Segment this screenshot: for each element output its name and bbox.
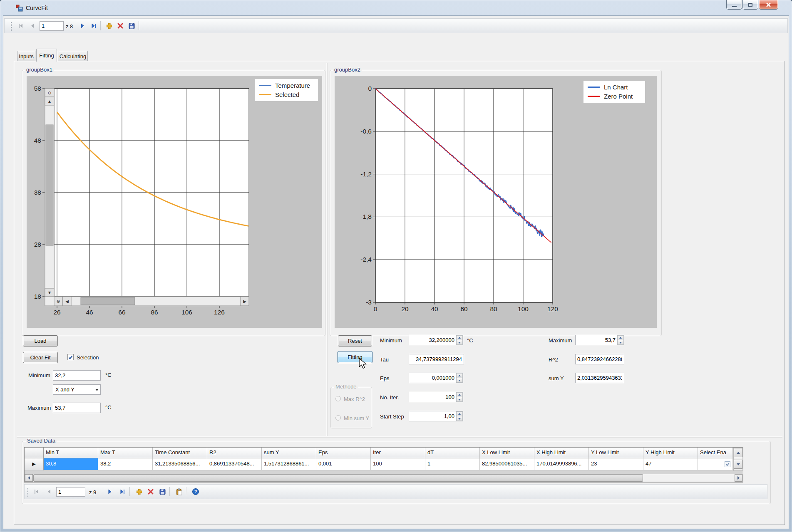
max-r2-radio[interactable] xyxy=(335,396,341,401)
record-count-label: z 8 xyxy=(66,23,73,30)
grid-vscroll-up-button[interactable] xyxy=(734,448,742,457)
grid-cell[interactable]: 38,2 xyxy=(98,458,153,470)
spin-down-icon[interactable] xyxy=(456,397,463,402)
move-first-button[interactable] xyxy=(15,20,26,31)
spin-up-icon[interactable] xyxy=(456,392,463,397)
sum-y-input[interactable] xyxy=(576,373,624,383)
grid-cell[interactable]: 31,21335068856... xyxy=(153,458,207,470)
grid-hscroll-right-button[interactable] xyxy=(735,474,742,482)
spin-up-icon[interactable] xyxy=(617,335,624,340)
grid-column-header[interactable]: Time Constant xyxy=(153,448,207,458)
grid-corner-header[interactable] xyxy=(25,448,44,458)
ln-chart-canvas[interactable]: 0204060801001200-0,6-1,2-1,8-2,4-3 xyxy=(335,76,657,328)
grid-column-header[interactable]: Y High Limit xyxy=(643,448,698,458)
tab-calculating[interactable]: Calculating xyxy=(58,51,88,61)
spin-down-icon[interactable] xyxy=(456,416,463,421)
delete-button[interactable] xyxy=(115,20,126,31)
grid-cell[interactable]: 82,98500061035... xyxy=(480,458,534,470)
tab-fitting[interactable]: Fitting xyxy=(36,49,57,62)
grid-column-header[interactable]: Y Low Limit xyxy=(589,448,643,458)
close-button[interactable] xyxy=(759,0,778,10)
grid-cell[interactable]: 30,8 xyxy=(44,458,98,470)
delete-button[interactable] xyxy=(145,486,156,497)
maximum-spinner[interactable] xyxy=(617,335,624,345)
minimum-left-label: Minimum xyxy=(28,372,50,379)
save-button[interactable] xyxy=(126,20,137,31)
grid-cell-select-enabled[interactable] xyxy=(698,458,733,470)
move-first-button[interactable] xyxy=(31,486,42,497)
grid-column-header[interactable]: R2 xyxy=(207,448,262,458)
add-new-button[interactable] xyxy=(104,20,114,31)
maximize-button[interactable] xyxy=(742,0,758,10)
reset-button[interactable]: Reset xyxy=(338,335,372,346)
minimize-button[interactable] xyxy=(726,0,742,10)
grid-column-header[interactable]: Min T xyxy=(44,448,98,458)
grid-cell[interactable]: 100 xyxy=(371,458,425,470)
selection-checkbox[interactable] xyxy=(67,354,74,360)
grid-column-header[interactable]: Select Ena xyxy=(698,448,733,458)
spin-up-icon[interactable] xyxy=(456,373,463,378)
no-iter-input[interactable] xyxy=(409,392,456,402)
move-next-button[interactable] xyxy=(77,20,88,31)
spin-up-icon[interactable] xyxy=(456,335,463,340)
grid-hscroll-left-button[interactable] xyxy=(25,474,33,482)
start-step-input[interactable] xyxy=(409,411,456,421)
move-last-button[interactable] xyxy=(88,20,99,31)
minimum-spinner[interactable] xyxy=(456,335,463,345)
grid-cell[interactable]: 0,001 xyxy=(316,458,371,470)
move-last-button[interactable] xyxy=(117,486,128,497)
help-button[interactable]: ? xyxy=(190,486,201,497)
tab-inputs[interactable]: Inputs xyxy=(17,51,35,61)
paste-button[interactable] xyxy=(174,486,184,497)
maximum-right-input[interactable] xyxy=(576,335,617,345)
eps-spinner[interactable] xyxy=(456,373,463,383)
move-previous-button[interactable] xyxy=(44,486,55,497)
tau-input[interactable] xyxy=(409,354,464,364)
maximum-left-input[interactable] xyxy=(53,403,100,413)
toolbar-grip[interactable] xyxy=(10,22,12,31)
minimum-right-unit: °C xyxy=(467,337,473,344)
move-next-button[interactable] xyxy=(104,486,115,497)
minimum-left-input[interactable] xyxy=(53,371,100,380)
grid-column-header[interactable]: X Low Limit xyxy=(480,448,534,458)
panel-splitter[interactable] xyxy=(326,63,327,436)
grid-cell[interactable]: 23 xyxy=(589,458,643,470)
minimum-right-input[interactable] xyxy=(409,335,456,345)
grid-column-header[interactable]: sum Y xyxy=(262,448,316,458)
spin-down-icon[interactable] xyxy=(617,340,624,345)
min-sum-y-radio[interactable] xyxy=(335,415,341,421)
spin-up-icon[interactable] xyxy=(456,411,463,416)
grid-checkbox[interactable] xyxy=(725,461,730,467)
eps-input[interactable] xyxy=(409,373,456,383)
toolbar-grip[interactable] xyxy=(27,487,29,497)
grid-column-header[interactable]: Eps xyxy=(316,448,371,458)
position-input[interactable] xyxy=(40,21,64,31)
grid-cell[interactable]: 170,0149993896... xyxy=(534,458,589,470)
clear-fit-button[interactable]: Clear Fit xyxy=(23,352,58,363)
no-iter-spinner[interactable] xyxy=(456,392,463,402)
grid-cell[interactable]: 1,517312868861... xyxy=(262,458,316,470)
grid-column-header[interactable]: dT xyxy=(425,448,480,458)
grid-cell[interactable]: 1 xyxy=(425,458,480,470)
r2-input[interactable] xyxy=(576,354,624,364)
start-step-spinner[interactable] xyxy=(456,411,463,421)
temperature-chart-canvas[interactable]: 264666861061265848382818⊙▲▼⊖◀▶ xyxy=(27,76,322,328)
move-previous-button[interactable] xyxy=(27,20,38,31)
save-button[interactable] xyxy=(157,486,168,497)
spin-down-icon[interactable] xyxy=(456,340,463,345)
grid-column-header[interactable]: X High Limit xyxy=(534,448,589,458)
sum-y-label: sum Y xyxy=(549,375,564,381)
add-new-button[interactable] xyxy=(134,486,144,497)
grid-column-header[interactable]: Max T xyxy=(98,448,153,458)
move-first-icon xyxy=(33,488,40,495)
load-button[interactable]: Load xyxy=(23,335,58,346)
grid-vscroll-down-button[interactable] xyxy=(734,460,742,469)
position-input[interactable] xyxy=(56,487,85,497)
grid-row-header-current[interactable]: ▶ xyxy=(25,458,44,470)
axis-mode-combobox[interactable]: X and Y xyxy=(53,384,101,395)
grid-column-header[interactable]: Iter xyxy=(371,448,425,458)
grid-cell[interactable]: 47 xyxy=(643,458,698,470)
grid-hscroll-thumb[interactable] xyxy=(33,474,643,482)
spin-down-icon[interactable] xyxy=(456,378,463,383)
grid-cell[interactable]: 0,869113370548... xyxy=(207,458,262,470)
